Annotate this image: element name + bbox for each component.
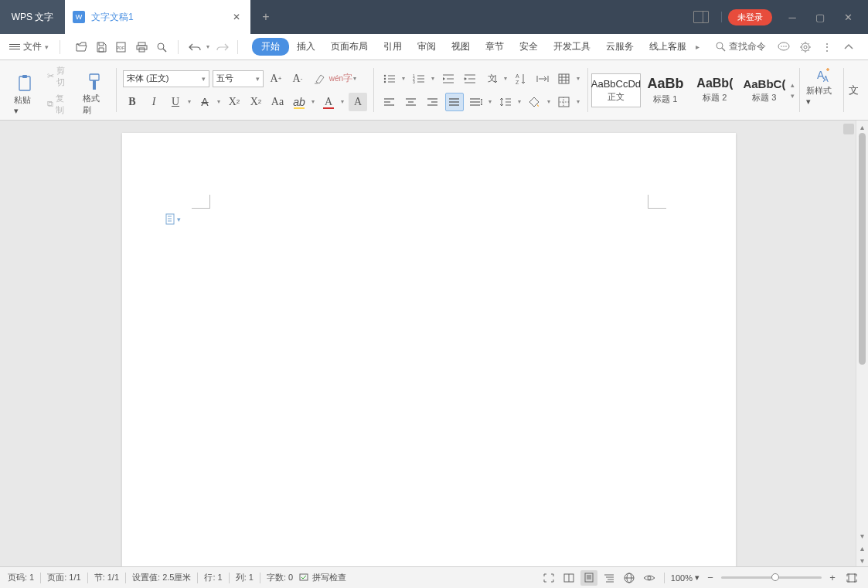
highlight-button[interactable]: ab <box>290 93 308 111</box>
document-viewport[interactable]: ▾ <box>0 121 856 566</box>
minimize-button[interactable]: ─ <box>778 6 806 28</box>
underline-button[interactable]: U <box>166 93 185 111</box>
search-command[interactable]: 查找命令 <box>711 39 771 55</box>
zoom-out-button[interactable]: − <box>704 572 717 583</box>
tab-review[interactable]: 审阅 <box>410 37 444 56</box>
bullets-button[interactable] <box>380 70 399 88</box>
tab-view[interactable]: 视图 <box>444 37 478 56</box>
tab-references[interactable]: 引用 <box>376 37 410 56</box>
prev-page-button[interactable]: ▴ <box>856 542 868 554</box>
highlight-dropdown[interactable]: ▾ <box>310 98 316 105</box>
print-layout-button[interactable] <box>580 570 597 586</box>
increase-indent-button[interactable] <box>461 70 479 88</box>
web-layout-button[interactable] <box>621 570 638 586</box>
superscript-button[interactable]: X2 <box>225 93 243 111</box>
side-rail-button[interactable] <box>843 124 854 134</box>
feedback-icon[interactable] <box>775 39 792 56</box>
change-case-button[interactable]: Aa <box>268 93 287 111</box>
page[interactable]: ▾ <box>122 133 736 566</box>
tabs-button[interactable] <box>533 70 552 88</box>
status-spellcheck[interactable]: 拼写检查 <box>299 572 346 583</box>
tab-page-layout[interactable]: 页面布局 <box>323 37 376 56</box>
text-direction-button[interactable]: 文 <box>482 70 501 88</box>
bullets-dropdown[interactable]: ▾ <box>400 75 407 82</box>
tab-dev-tools[interactable]: 开发工具 <box>546 37 598 56</box>
styles-scroll-up[interactable]: ▴ <box>791 81 795 89</box>
status-setting[interactable]: 设置值: 2.5厘米 <box>132 572 191 583</box>
collapse-ribbon-button[interactable] <box>840 43 857 51</box>
line-spacing-button[interactable] <box>496 93 515 111</box>
fullscreen-button[interactable] <box>540 570 557 586</box>
font-color-dropdown[interactable]: ▾ <box>339 98 345 105</box>
grow-font-button[interactable]: A+ <box>267 70 285 88</box>
styles-scroll-down[interactable]: ▾ <box>791 92 795 100</box>
font-color-button[interactable]: A <box>319 93 338 111</box>
next-page-button[interactable]: ▾ <box>856 554 868 566</box>
align-left-button[interactable] <box>380 93 399 111</box>
tab-start[interactable]: 开始 <box>252 38 289 56</box>
scrollbar-thumb[interactable] <box>859 133 866 365</box>
font-name-select[interactable]: 宋体 (正文)▾ <box>123 70 209 87</box>
outline-view-button[interactable] <box>601 570 618 586</box>
new-style-button[interactable]: AA 新样式 ▾ <box>802 63 842 117</box>
tabs-overflow-button[interactable]: ▸ <box>694 42 701 51</box>
login-button[interactable]: 未登录 <box>728 9 772 25</box>
tab-security[interactable]: 安全 <box>512 37 546 56</box>
file-menu[interactable]: 文件 ▾ <box>5 37 53 56</box>
status-page[interactable]: 页面: 1/1 <box>47 572 80 583</box>
strike-dropdown[interactable]: ▾ <box>216 98 222 105</box>
subscript-button[interactable]: X2 <box>247 93 265 111</box>
tab-insert[interactable]: 插入 <box>289 37 323 56</box>
align-justify-button[interactable] <box>445 93 464 111</box>
shading-button[interactable] <box>526 93 544 111</box>
document-tab[interactable]: W 文字文稿1 ✕ <box>65 0 250 34</box>
shading-dropdown[interactable]: ▾ <box>546 98 552 105</box>
redo-button[interactable] <box>214 39 231 56</box>
paragraph-handle[interactable]: ▾ <box>165 213 181 226</box>
align-center-button[interactable] <box>402 93 420 111</box>
fit-page-button[interactable] <box>843 570 860 586</box>
vertical-scrollbar[interactable]: ▴ ▾ ▴ ▾ <box>856 121 868 566</box>
status-section[interactable]: 节: 1/1 <box>94 572 119 583</box>
style-normal[interactable]: AaBbCcDd 正文 <box>591 73 641 107</box>
italic-button[interactable]: I <box>145 93 163 111</box>
table-dropdown[interactable]: ▾ <box>575 75 581 82</box>
distribute-dropdown[interactable]: ▾ <box>487 98 493 105</box>
phonetic-dropdown[interactable]: ▾ <box>352 75 358 82</box>
status-word-count[interactable]: 字数: 0 <box>267 572 293 583</box>
line-spacing-dropdown[interactable]: ▾ <box>516 98 523 105</box>
new-tab-button[interactable]: + <box>250 0 281 34</box>
zoom-slider-thumb[interactable] <box>771 573 779 581</box>
print-preview-button[interactable] <box>153 39 170 56</box>
phonetic-guide-button[interactable]: wén字 <box>332 70 350 88</box>
zoom-in-button[interactable]: + <box>826 572 839 583</box>
save-button[interactable] <box>93 39 110 56</box>
undo-dropdown[interactable]: ▾ <box>205 43 211 50</box>
eye-protection-button[interactable] <box>641 570 658 586</box>
numbering-dropdown[interactable]: ▾ <box>430 75 436 82</box>
paste-button[interactable]: 粘贴 ▾ <box>11 73 39 117</box>
undo-button[interactable] <box>186 39 203 56</box>
strikethrough-button[interactable]: A <box>196 93 214 111</box>
reading-view-button[interactable] <box>560 570 577 586</box>
bold-button[interactable]: B <box>123 93 141 111</box>
close-tab-button[interactable]: ✕ <box>230 11 243 23</box>
format-painter-button[interactable]: 格式刷 <box>80 71 110 117</box>
copy-button[interactable]: ⧉复制 <box>44 91 75 117</box>
style-heading1[interactable]: AaBb 标题 1 <box>641 73 690 107</box>
close-window-button[interactable]: ✕ <box>834 6 862 28</box>
zoom-level[interactable]: 100% ▾ <box>671 573 700 583</box>
tab-cloud[interactable]: 云服务 <box>598 37 642 56</box>
more-icon[interactable]: ⋮ <box>819 39 836 56</box>
open-button[interactable] <box>73 39 90 56</box>
cut-button[interactable]: ✂剪切 <box>44 63 75 90</box>
insert-table-button[interactable] <box>555 70 574 88</box>
borders-dropdown[interactable]: ▾ <box>575 98 581 105</box>
text-dir-dropdown[interactable]: ▾ <box>502 75 509 82</box>
zoom-slider[interactable] <box>721 576 822 579</box>
scroll-down-button[interactable]: ▾ <box>856 529 868 542</box>
font-size-select[interactable]: 五号▾ <box>213 70 264 87</box>
maximize-button[interactable]: ▢ <box>806 6 834 28</box>
underline-dropdown[interactable]: ▾ <box>186 98 192 105</box>
align-distribute-button[interactable] <box>467 93 485 111</box>
